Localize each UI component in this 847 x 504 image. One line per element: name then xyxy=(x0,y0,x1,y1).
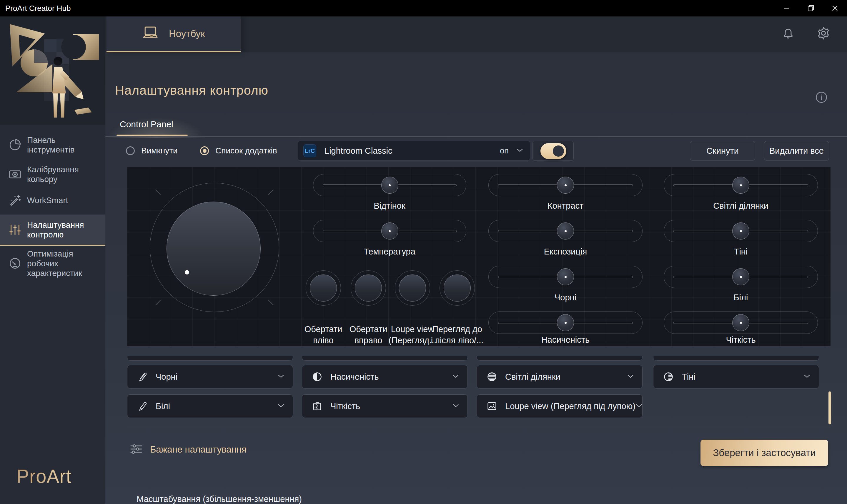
zoom-dial[interactable] xyxy=(150,183,279,312)
proart-creator-hub-window: ProArt Creator Hub xyxy=(0,0,847,504)
restore-button[interactable] xyxy=(799,0,823,16)
minimize-button[interactable] xyxy=(775,0,799,16)
rotate-left-core xyxy=(310,274,337,302)
slider-highlights[interactable] xyxy=(664,174,818,196)
slider-whites[interactable] xyxy=(664,266,818,288)
app-select-dropdown[interactable]: LrC Lightroom Classic on xyxy=(298,141,530,161)
app-enable-toggle[interactable] xyxy=(533,141,574,161)
rotate-left-label: Обертати xyxy=(305,324,342,334)
control-settings-icon xyxy=(8,223,22,237)
slider-label-hue: Відтінок xyxy=(374,201,405,211)
preferences-icon xyxy=(129,443,143,456)
card-label: Насиченість xyxy=(330,372,379,382)
slider-knob[interactable] xyxy=(557,222,574,239)
texture-icon xyxy=(312,400,323,412)
shortcut-card-blacks[interactable]: Чорні xyxy=(127,365,293,389)
window-controls xyxy=(775,0,847,16)
rotate-left-label: вліво xyxy=(313,336,333,345)
toggle-knob xyxy=(553,145,564,157)
chevron-down-icon xyxy=(452,403,459,409)
sidebar-item-label: кольору xyxy=(27,174,105,184)
before-after-core xyxy=(444,274,471,302)
card-sliver xyxy=(127,356,293,361)
tab-control-panel[interactable]: Control Panel xyxy=(120,119,173,129)
zoom-dial-indicator xyxy=(185,270,189,274)
slider-temperature[interactable] xyxy=(313,220,466,242)
slider-knob[interactable] xyxy=(732,314,749,331)
slider-knob[interactable] xyxy=(732,177,749,194)
zoom-dial-knob[interactable] xyxy=(167,202,261,295)
shortcut-card-clarity[interactable]: Чіткість xyxy=(302,394,468,418)
slider-exposure[interactable] xyxy=(488,220,642,242)
chevron-down-icon xyxy=(452,374,459,379)
slider-saturation[interactable] xyxy=(488,311,642,334)
sidebar-item-dashboard[interactable]: Панель інструментів xyxy=(0,131,105,159)
sidebar-item-worksmart[interactable]: WorkSmart xyxy=(0,191,105,209)
window-title: ProArt Creator Hub xyxy=(5,4,71,13)
radio-app-list-circle[interactable] xyxy=(200,146,209,155)
sidebar: Панель інструментів Калібрування кольору xyxy=(0,16,105,504)
slider-hue[interactable] xyxy=(313,174,466,196)
highlights-icon xyxy=(486,371,498,382)
settings-gear-button[interactable] xyxy=(816,26,831,42)
slider-label-highlights: Світлі ділянки xyxy=(713,201,768,211)
slider-knob[interactable] xyxy=(381,222,398,239)
slider-knob[interactable] xyxy=(381,177,398,194)
slider-knob[interactable] xyxy=(732,268,749,285)
slider-knob[interactable] xyxy=(557,177,574,194)
card-label: Чіткість xyxy=(330,401,360,411)
shortcut-card-saturation[interactable]: Насиченість xyxy=(302,365,468,389)
save-and-apply-button[interactable]: Зберегти і застосувати xyxy=(701,439,828,466)
sidebar-item-control-settings[interactable]: Налаштування контролю xyxy=(0,215,105,246)
vertical-scrollbar[interactable] xyxy=(828,392,831,425)
slider-knob[interactable] xyxy=(557,268,574,285)
dial-label: Масштабування (збільшення-зменшення) xyxy=(137,494,302,504)
loupe-view-button[interactable] xyxy=(395,270,430,306)
saturation-icon xyxy=(312,371,323,382)
shortcut-card-highlights[interactable]: Світлі ділянки xyxy=(477,365,642,389)
radio-app-list[interactable]: Список додатків xyxy=(200,146,277,155)
tab-laptop[interactable]: Ноутбук xyxy=(106,16,241,52)
slider-contrast[interactable] xyxy=(488,174,642,196)
rotate-right-button[interactable] xyxy=(351,270,386,306)
card-label: Тіні xyxy=(682,372,695,382)
before-after-label: і після ліво/... xyxy=(431,336,484,345)
sidebar-item-label: Панель xyxy=(27,135,105,145)
shortcut-card-whites[interactable]: Білі xyxy=(127,394,293,418)
slider-label-contrast: Контраст xyxy=(548,201,583,211)
radio-app-list-label: Список додатків xyxy=(215,146,277,156)
slider-knob[interactable] xyxy=(557,314,574,331)
card-sliver xyxy=(302,356,468,361)
titlebar: ProArt Creator Hub xyxy=(0,0,847,16)
reset-button[interactable]: Скинути xyxy=(690,141,755,160)
rotate-left-button[interactable] xyxy=(306,270,341,306)
slider-blacks[interactable] xyxy=(488,266,642,288)
notifications-button[interactable] xyxy=(781,26,795,41)
slider-shadows[interactable] xyxy=(664,220,818,242)
rotate-right-core xyxy=(355,274,382,302)
slider-label-saturation: Насиченість xyxy=(541,335,590,345)
sidebar-item-label: характеристик xyxy=(27,268,105,278)
toggle-pill[interactable] xyxy=(540,143,566,159)
info-icon[interactable] xyxy=(815,91,828,104)
slider-knob[interactable] xyxy=(732,222,749,239)
delete-all-button[interactable]: Видалити все xyxy=(764,141,829,160)
slider-clarity[interactable] xyxy=(664,311,818,334)
color-calibration-icon xyxy=(8,167,22,181)
loupe-view-core xyxy=(399,274,426,302)
preferred-settings-link[interactable]: Бажане налаштування xyxy=(129,443,246,456)
chevron-down-icon xyxy=(803,374,811,379)
sidebar-item-color-calibration[interactable]: Калібрування кольору xyxy=(0,160,105,188)
shortcut-card-shadows[interactable]: Тіні xyxy=(653,365,819,389)
lightroom-classic-icon: LrC xyxy=(303,144,316,157)
close-button[interactable] xyxy=(823,0,847,16)
shortcut-card-loupe-view[interactable]: Loupe view (Перегляд під лупою) xyxy=(477,394,642,418)
radio-disable[interactable]: Вимкнути xyxy=(126,146,178,155)
worksmart-icon xyxy=(8,193,22,207)
before-after-button[interactable] xyxy=(439,270,475,306)
radio-disable-circle[interactable] xyxy=(126,146,135,155)
sidebar-item-label: Налаштування xyxy=(27,220,105,230)
sidebar-item-label: Оптимізація xyxy=(27,249,105,258)
sidebar-item-performance[interactable]: Оптимізація робочих характеристик xyxy=(0,247,105,280)
pencil-icon xyxy=(137,400,148,412)
